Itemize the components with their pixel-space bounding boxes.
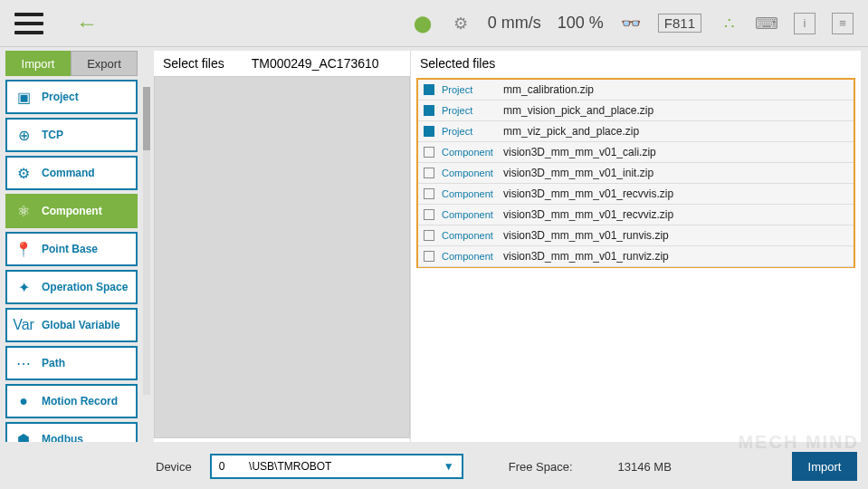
keyboard-icon[interactable]: ⌨ — [756, 13, 777, 34]
left-pane-header: Select files TM000249_AC173610 — [154, 51, 410, 76]
menu-icon[interactable] — [14, 13, 43, 34]
file-type: Project — [442, 126, 496, 137]
network-icon[interactable]: ∴ — [718, 13, 739, 34]
file-type: Component — [442, 188, 496, 199]
sidebar-icon: ⊕ — [14, 126, 33, 144]
file-name: vision3D_mm_mm_v01_recvvis.zip — [503, 187, 673, 200]
selected-files-label: Selected files — [420, 56, 495, 71]
file-row[interactable]: Componentvision3D_mm_mm_v01_init.zip — [418, 163, 854, 184]
sidebar-item-label: Point Base — [42, 243, 98, 255]
file-type: Component — [442, 230, 496, 241]
code-box[interactable]: F811 — [658, 14, 701, 33]
select-files-label: Select files — [163, 56, 224, 71]
sidebar-item-operation-space[interactable]: ✦Operation Space — [5, 270, 138, 304]
speed-value: 0 mm/s — [488, 14, 541, 33]
file-type: Project — [442, 84, 496, 95]
sidebar-icon: 📍 — [14, 240, 33, 258]
sidebar-icon: ▣ — [14, 88, 33, 106]
right-pane: Selected files Projectmm_calibration.zip… — [411, 51, 861, 442]
file-browser[interactable] — [154, 76, 410, 438]
file-row[interactable]: Projectmm_viz_pick_and_place.zip — [418, 121, 854, 142]
file-type: Component — [442, 168, 496, 178]
sidebar-item-label: Path — [42, 357, 65, 369]
file-row[interactable]: Componentvision3D_mm_mm_v01_cali.zip — [418, 142, 854, 163]
sidebar-item-project[interactable]: ▣Project — [5, 80, 138, 114]
list-icon[interactable]: ≡ — [832, 13, 854, 34]
sidebar-icon: ✦ — [14, 278, 33, 296]
file-name: vision3D_mm_mm_v01_runviz.zip — [503, 250, 669, 263]
file-row[interactable]: Projectmm_vision_pick_and_place.zip — [418, 101, 854, 121]
tab-import[interactable]: Import — [5, 51, 71, 76]
device-value: 0 \USB\TMROBOT — [219, 460, 332, 473]
sidebar: Import Export ▣Project⊕TCP⚙Command⚛Compo… — [0, 47, 143, 442]
sidebar-item-label: Command — [42, 167, 95, 179]
tab-row: Import Export — [5, 51, 138, 76]
sidebar-item-tcp[interactable]: ⊕TCP — [5, 118, 138, 152]
file-icon — [424, 168, 434, 178]
import-button[interactable]: Import — [792, 452, 857, 481]
sidebar-item-label: TCP — [42, 129, 63, 141]
sidebar-item-label: Operation Space — [42, 281, 128, 293]
topbar: ← ⬤ ⚙ 0 mm/s 100 % 👓 F811 ∴ ⌨ i ≡ — [0, 0, 868, 47]
sidebar-item-label: Motion Record — [42, 395, 118, 408]
file-name: vision3D_mm_mm_v01_recvviz.zip — [503, 208, 673, 221]
file-name: mm_calibration.zip — [503, 83, 594, 96]
file-row[interactable]: Projectmm_calibration.zip — [418, 80, 854, 101]
sidebar-scrollbar[interactable] — [143, 87, 150, 395]
sidebar-item-motion-record[interactable]: ●Motion Record — [5, 384, 138, 418]
sidebar-item-label: Project — [42, 91, 79, 103]
file-name: vision3D_mm_mm_v01_init.zip — [503, 167, 653, 179]
sidebar-item-point-base[interactable]: 📍Point Base — [5, 232, 138, 266]
topbar-right: ⬤ ⚙ 0 mm/s 100 % 👓 F811 ∴ ⌨ i ≡ — [412, 13, 854, 34]
file-type: Component — [442, 147, 496, 158]
right-pane-header: Selected files — [411, 51, 861, 76]
file-row[interactable]: Componentvision3D_mm_mm_v01_recvviz.zip — [418, 205, 854, 225]
free-space-label: Free Space: — [509, 460, 573, 474]
robot-status-icon[interactable]: ⬤ — [412, 13, 434, 34]
file-icon — [424, 147, 434, 158]
sidebar-item-global-variable[interactable]: VarGlobal Variable — [5, 308, 138, 342]
file-row[interactable]: Componentvision3D_mm_mm_v01_runviz.zip — [418, 246, 854, 267]
sidebar-item-component[interactable]: ⚛Component — [5, 194, 138, 228]
file-type: Component — [442, 251, 496, 262]
info-icon[interactable]: i — [794, 13, 816, 34]
folder-icon — [424, 105, 434, 116]
percent-value: 100 % — [558, 14, 604, 33]
content: Import Export ▣Project⊕TCP⚙Command⚛Compo… — [0, 47, 868, 442]
file-type: Component — [442, 209, 496, 220]
sidebar-item-modbus[interactable]: ⬢Modbus — [5, 422, 138, 442]
file-row[interactable]: Componentvision3D_mm_mm_v01_recvvis.zip — [418, 184, 854, 205]
file-name: vision3D_mm_mm_v01_runvis.zip — [503, 229, 669, 242]
sidebar-icon: ⋯ — [14, 354, 33, 372]
folder-icon — [424, 126, 434, 137]
device-select[interactable]: 0 \USB\TMROBOT ▼ — [210, 454, 463, 479]
file-icon — [424, 251, 434, 262]
file-icon — [424, 230, 434, 241]
sidebar-item-label: Modbus — [42, 433, 83, 442]
sidebar-item-label: Global Variable — [42, 319, 120, 331]
free-space-value: 13146 MB — [618, 460, 672, 474]
sidebar-icon: ⬢ — [14, 430, 33, 442]
sidebar-item-path[interactable]: ⋯Path — [5, 346, 138, 380]
sidebar-icon: Var — [14, 316, 33, 334]
file-type: Project — [442, 105, 496, 116]
file-name: mm_viz_pick_and_place.zip — [503, 125, 639, 138]
file-name: mm_vision_pick_and_place.zip — [503, 104, 653, 117]
file-row[interactable]: Componentvision3D_mm_mm_v01_runvis.zip — [418, 225, 854, 246]
selected-files-list: Projectmm_calibration.zipProjectmm_visio… — [416, 78, 855, 268]
footer: Device 0 \USB\TMROBOT ▼ Free Space: 1314… — [152, 444, 861, 489]
folder-name: TM000249_AC173610 — [252, 56, 379, 71]
sidebar-item-command[interactable]: ⚙Command — [5, 156, 138, 190]
folder-icon — [424, 84, 434, 95]
main-area: Select files TM000249_AC173610 Selected … — [154, 51, 861, 442]
dropdown-arrow-icon: ▼ — [444, 460, 454, 473]
back-arrow-icon[interactable]: ← — [76, 11, 98, 36]
file-name: vision3D_mm_mm_v01_cali.zip — [503, 146, 656, 158]
file-icon — [424, 209, 434, 220]
glasses-icon: 👓 — [620, 13, 642, 34]
tab-export[interactable]: Export — [71, 51, 138, 76]
speed-icon: ⚙ — [450, 13, 472, 34]
left-pane: Select files TM000249_AC173610 — [154, 51, 411, 442]
sidebar-item-label: Component — [42, 205, 102, 217]
sidebar-icon: ⚙ — [14, 164, 33, 182]
